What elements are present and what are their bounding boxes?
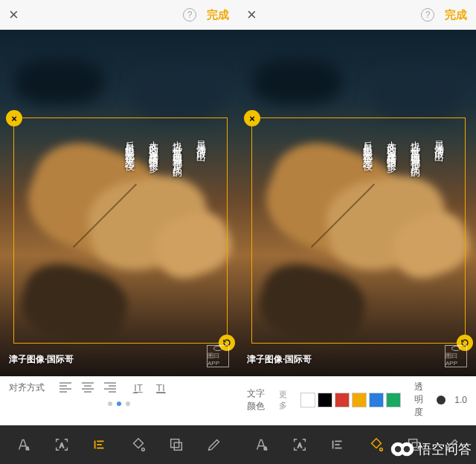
align-left-icon[interactable] <box>58 381 73 394</box>
align-center-icon[interactable] <box>80 381 95 394</box>
app-watermark: 图曰APP <box>207 345 229 367</box>
text-content[interactable]: 晨光清薄啟出， 也許全世界的機場都是一樣的 大件的金屬建築物體很多， 反射起陽光… <box>361 133 446 170</box>
svg-point-31 <box>404 446 410 452</box>
poem-line: 也許全世界的機場都是一樣的 <box>408 133 422 170</box>
poem-line: 大件的金屬建築物體很多， <box>385 133 398 170</box>
svg-text:a: a <box>263 445 267 451</box>
alignment-label: 对齐方式 <box>9 381 45 394</box>
close-icon[interactable]: × <box>9 5 19 25</box>
layer-tool-icon[interactable] <box>167 435 186 454</box>
opacity-value: 1.0 <box>454 395 467 405</box>
more-colors-button[interactable]: 更多 <box>279 389 287 411</box>
align-tool-icon[interactable] <box>328 435 347 454</box>
poem-line: 大件的金屬建築物體很多， <box>147 133 160 170</box>
alignment-controls: 对齐方式 I̲T T̲I̲ <box>0 376 238 425</box>
color-tool-icon[interactable] <box>367 435 386 454</box>
selection-delete-icon[interactable]: × <box>6 110 22 126</box>
color-tool-icon[interactable] <box>129 435 148 454</box>
image-canvas[interactable]: × 晨光清薄啟出， 也許全世界的機場都是一樣的 大件的金屬建築物體很多， 反射起… <box>0 30 238 376</box>
help-icon[interactable]: ? <box>421 8 434 22</box>
author-watermark: 津子图像·国际哥 <box>247 353 312 366</box>
color-opacity-controls: 文字颜色 更多 透明度 1.0 <box>238 376 476 425</box>
text-content[interactable]: 晨光清薄啟出， 也許全世界的機場都是一樣的 大件的金屬建築物體很多， 反射起陽光… <box>123 133 208 170</box>
svg-text:A: A <box>298 442 302 449</box>
opacity-label: 透明度 <box>414 381 428 419</box>
svg-rect-19 <box>174 442 181 450</box>
selection-delete-icon[interactable]: × <box>244 110 260 126</box>
swatch-yellow[interactable] <box>352 393 367 407</box>
author-watermark: 津子图像·国际哥 <box>9 353 74 366</box>
topbar: × ? 完成 <box>238 0 476 30</box>
left-editor-panel: × ? 完成 × 晨光清薄啟出， 也許全世界的機場都是一樣的 大件的金屬 <box>0 0 238 464</box>
done-button[interactable]: 完成 <box>445 8 467 22</box>
close-icon[interactable]: × <box>247 5 257 25</box>
color-swatches <box>300 393 401 407</box>
edit-tool-icon[interactable] <box>205 435 224 454</box>
dot[interactable] <box>108 402 112 406</box>
svg-rect-18 <box>171 439 179 448</box>
focus-tool-icon[interactable]: A <box>52 435 71 454</box>
text-selection-frame[interactable]: × 晨光清薄啟出， 也許全世界的機場都是一樣的 大件的金屬建築物體很多， 反射起… <box>251 117 466 344</box>
bottom-toolbar: a A <box>0 425 238 464</box>
svg-text:a: a <box>25 445 29 451</box>
focus-tool-icon[interactable]: A <box>290 435 309 454</box>
swatch-blue[interactable] <box>369 393 384 407</box>
align-right-icon[interactable] <box>103 381 118 394</box>
swatch-green[interactable] <box>386 393 401 407</box>
svg-text:A: A <box>60 442 64 449</box>
text-color-label: 文字颜色 <box>247 387 266 413</box>
help-icon[interactable]: ? <box>183 8 196 22</box>
baseline-down-icon[interactable]: T̲I̲ <box>153 381 168 394</box>
swatch-black[interactable] <box>318 393 332 407</box>
poem-line: 晨光清薄啟出， <box>432 133 446 170</box>
wukong-watermark: 悟空问答 <box>390 440 472 458</box>
topbar: × ? 完成 <box>0 0 238 30</box>
swatch-red[interactable] <box>335 393 350 407</box>
poem-line: 反射起陽光都爭先恐後。 <box>123 133 136 170</box>
dot[interactable] <box>126 402 130 406</box>
swatch-white[interactable] <box>300 393 315 407</box>
page-dots <box>9 402 229 406</box>
align-tool-icon[interactable] <box>90 435 109 454</box>
app-watermark: 图曰APP <box>445 345 467 367</box>
slider-knob[interactable] <box>437 396 446 405</box>
poem-line: 晨光清薄啟出， <box>194 133 208 170</box>
text-selection-frame[interactable]: × 晨光清薄啟出， 也許全世界的機場都是一樣的 大件的金屬建築物體很多， 反射起… <box>13 117 228 344</box>
right-editor-panel: × ? 完成 × 晨光清薄啟出， 也許全世界的機場都是一樣的 大件的金屬 <box>238 0 476 464</box>
font-tool-icon[interactable]: a <box>252 435 271 454</box>
svg-point-30 <box>395 446 401 452</box>
poem-line: 也許全世界的機場都是一樣的 <box>170 133 184 170</box>
wukong-logo-icon <box>390 441 415 457</box>
baseline-up-icon[interactable]: I̲T <box>131 381 146 394</box>
done-button[interactable]: 完成 <box>207 8 229 22</box>
image-canvas[interactable]: × 晨光清薄啟出， 也許全世界的機場都是一樣的 大件的金屬建築物體很多， 反射起… <box>238 30 476 376</box>
font-tool-icon[interactable]: a <box>14 435 33 454</box>
dot-active[interactable] <box>117 402 121 406</box>
poem-line: 反射起陽光都爭先恐後。 <box>361 133 374 170</box>
